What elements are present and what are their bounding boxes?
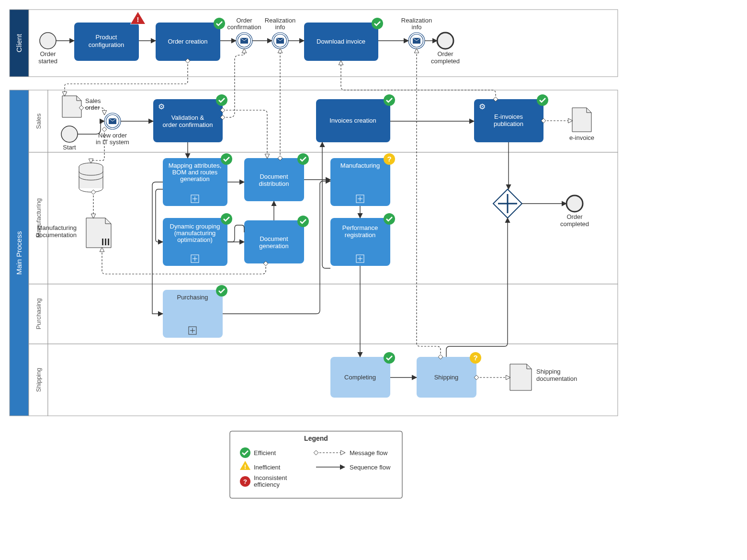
- svg-text:Shipping: Shipping: [434, 374, 459, 381]
- svg-text:Inefficient: Inefficient: [254, 464, 281, 471]
- svg-point-2: [40, 33, 56, 49]
- svg-point-104: [216, 285, 227, 297]
- mapping-task[interactable]: Mapping attributes,BOM and routesgenerat…: [163, 158, 227, 206]
- dynamic-grouping-task[interactable]: Dynamic grouping(manufacturingoptimizati…: [163, 218, 227, 266]
- check-icon: [384, 213, 395, 225]
- einvoices-publication-task[interactable]: ⚙ E-invoicespublication: [474, 99, 543, 142]
- question-icon: ?: [384, 153, 395, 165]
- check-icon: [214, 18, 225, 29]
- svg-point-81: [297, 216, 309, 227]
- svg-text:Documentgeneration: Documentgeneration: [259, 235, 288, 250]
- svg-rect-61: [105, 239, 106, 245]
- svg-text:Purchasing: Purchasing: [35, 298, 42, 329]
- invoices-creation-task[interactable]: Invoices creation: [316, 99, 390, 142]
- check-icon: [297, 153, 309, 165]
- svg-text:New orderin IT system: New orderin IT system: [96, 132, 129, 146]
- svg-text:!: !: [244, 464, 246, 470]
- manufacturing-lane: Manufacturing: [29, 152, 618, 284]
- purchasing-task[interactable]: Purchasing: [163, 290, 223, 338]
- performance-reg-task[interactable]: Performanceregistration: [330, 218, 390, 266]
- bpmn-diagram: Client Orderstarted Productconfiguration…: [0, 0, 747, 560]
- svg-text:?: ?: [387, 155, 391, 163]
- svg-text:Dynamic grouping(manufacturing: Dynamic grouping(manufacturingoptimizati…: [170, 223, 220, 243]
- check-icon: [384, 352, 395, 364]
- main-process-pool-label: Main Process: [15, 231, 23, 275]
- question-icon: ?: [470, 352, 481, 364]
- product-configuration-task[interactable]: Productconfiguration: [74, 23, 139, 61]
- svg-point-53: [384, 94, 395, 106]
- svg-text:Invoices creation: Invoices creation: [329, 117, 376, 124]
- svg-point-94: [384, 213, 395, 225]
- main-process-pool: Main Process: [10, 90, 29, 416]
- svg-text:Sequence flow: Sequence flow: [350, 464, 391, 471]
- svg-text:Purchasing: Purchasing: [177, 294, 208, 301]
- svg-text:Documentdistribution: Documentdistribution: [259, 173, 289, 187]
- svg-point-75: [221, 213, 232, 225]
- svg-text:⚙: ⚙: [479, 103, 486, 111]
- data-store: [79, 163, 103, 192]
- order-creation-task[interactable]: Order creation: [156, 23, 220, 61]
- svg-text:Message flow: Message flow: [350, 449, 388, 457]
- svg-rect-59: [79, 167, 103, 188]
- svg-text:Manufacturingdocumentation: Manufacturingdocumentation: [36, 224, 77, 239]
- manufacturing-task[interactable]: Manufacturing: [330, 158, 390, 206]
- check-icon: [221, 213, 232, 225]
- svg-point-97: [566, 195, 583, 212]
- check-icon: [216, 94, 227, 106]
- start-event: Start: [61, 126, 78, 151]
- svg-text:⚙: ⚙: [158, 103, 165, 111]
- download-invoice-task[interactable]: Download invoice: [304, 23, 378, 61]
- svg-point-115: [240, 447, 250, 458]
- svg-text:Efficient: Efficient: [254, 449, 276, 457]
- svg-rect-62: [108, 239, 109, 245]
- shipping-task[interactable]: Shipping: [417, 357, 476, 398]
- svg-point-25: [437, 33, 453, 49]
- purchasing-lane: Purchasing: [29, 284, 618, 344]
- svg-text:Manufacturing: Manufacturing: [340, 162, 380, 169]
- svg-text:Salesorder: Salesorder: [85, 97, 101, 111]
- svg-text:Order creation: Order creation: [168, 38, 207, 45]
- svg-text:E-invoicespublication: E-invoicespublication: [494, 113, 523, 127]
- svg-text:Completing: Completing: [344, 374, 376, 381]
- check-icon: [372, 18, 383, 29]
- svg-point-69: [221, 153, 232, 165]
- svg-point-41: [61, 126, 78, 142]
- einvoice-doc: e-invoice: [569, 108, 594, 141]
- svg-text:?: ?: [473, 354, 477, 362]
- svg-text:e-invoice: e-invoice: [569, 134, 594, 141]
- svg-rect-36: [48, 284, 618, 344]
- doc-generation-task[interactable]: Documentgeneration: [244, 220, 304, 263]
- legend: Legend Efficient ! Inefficient ? Inconsi…: [230, 431, 402, 498]
- svg-text:!: !: [137, 15, 139, 23]
- svg-text:?: ?: [243, 478, 247, 485]
- check-icon: [221, 153, 232, 165]
- check-icon: [537, 94, 548, 106]
- svg-text:Shipping: Shipping: [35, 368, 42, 392]
- svg-point-20: [372, 18, 383, 29]
- completing-task[interactable]: Completing: [330, 357, 390, 398]
- client-pool-label: Client: [15, 34, 23, 52]
- doc-distribution-task[interactable]: Documentdistribution: [244, 158, 304, 201]
- svg-text:Orderstarted: Orderstarted: [38, 50, 57, 65]
- check-icon: [297, 216, 309, 227]
- check-icon: [384, 94, 395, 106]
- svg-point-50: [216, 94, 227, 106]
- validation-task[interactable]: ⚙ Validation &order confirmation: [153, 99, 223, 142]
- svg-rect-60: [102, 239, 103, 245]
- svg-point-57: [537, 94, 548, 106]
- svg-text:Start: Start: [63, 144, 76, 151]
- svg-point-9: [214, 18, 225, 29]
- svg-text:Legend: Legend: [304, 434, 328, 442]
- svg-text:Download invoice: Download invoice: [317, 38, 365, 45]
- check-icon: [216, 285, 227, 297]
- svg-text:Performanceregistration: Performanceregistration: [342, 224, 378, 239]
- svg-point-107: [384, 352, 395, 364]
- svg-point-78: [297, 153, 309, 165]
- svg-text:Sales: Sales: [35, 113, 42, 129]
